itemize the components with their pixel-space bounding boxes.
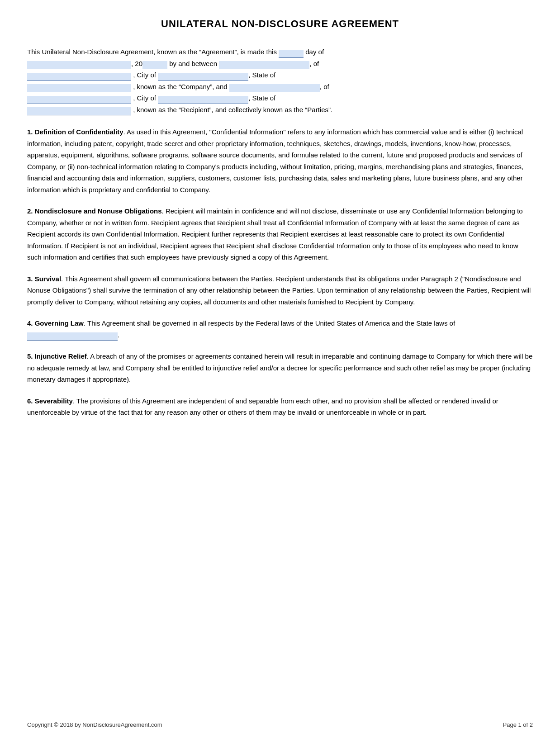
section-4-number: 4.: [27, 319, 35, 327]
intro-known-as-company: , known as the “Company”, and: [133, 83, 227, 90]
intro-known-as-recipient: , known as the “Recipient”, and collecti…: [133, 106, 332, 114]
footer: Copyright © 2018 by NonDisclosureAgreeme…: [27, 721, 533, 728]
intro-state-of-2: State of: [252, 94, 276, 102]
blank-day[interactable]: [279, 50, 304, 58]
blank-company-name2[interactable]: [229, 84, 320, 92]
blank-recipient-city[interactable]: [158, 96, 248, 104]
section-5-number: 5.: [27, 352, 35, 360]
section-2: 2. Nondisclosure and Nonuse Obligations.…: [27, 205, 533, 263]
blank-year[interactable]: [142, 61, 167, 69]
section-1-body: . As used in this Agreement, "Confidenti…: [27, 128, 523, 194]
section-2-number: 2.: [27, 207, 35, 215]
section-4-body: . This Agreement shall be governed in al…: [84, 319, 455, 327]
intro-by-and-between: by and between: [169, 60, 217, 67]
blank-recipient-state[interactable]: [27, 107, 131, 115]
blank-company-address1[interactable]: [27, 73, 131, 81]
section-6-number: 6.: [27, 397, 35, 405]
intro-of-1: of: [313, 60, 319, 67]
blank-company-state1[interactable]: [27, 84, 131, 92]
blank-company-name1[interactable]: [219, 61, 309, 69]
page-number: Page 1 of 2: [503, 721, 533, 728]
section-1-number: 1.: [27, 128, 35, 136]
section-3-body: . This Agreement shall govern all commun…: [27, 275, 531, 306]
intro-state-of-1: State of: [252, 71, 276, 79]
section-2-title: Nondisclosure and Nonuse Obligations: [35, 207, 162, 215]
section-6-title: Severability: [35, 397, 73, 405]
section-6-body: . The provisions of this Agreement are i…: [27, 397, 498, 417]
section-2-body: . Recipient will maintain in confidence …: [27, 207, 523, 261]
intro-day-label: day of: [305, 48, 324, 56]
blank-recipient-address[interactable]: [27, 96, 131, 104]
section-6: 6. Severability. The provisions of this …: [27, 395, 533, 418]
section-1-title: Definition of Confidentiality: [35, 128, 123, 136]
document-title: UNILATERAL NON-DISCLOSURE AGREEMENT: [27, 18, 533, 30]
section-1: 1. Definition of Confidentiality. As use…: [27, 126, 533, 195]
intro-paragraph: This Unilateral Non-Disclosure Agreement…: [27, 46, 533, 115]
blank-year-name[interactable]: [27, 61, 131, 69]
intro-line1-start: This Unilateral Non-Disclosure Agreement…: [27, 48, 277, 56]
section-3: 3. Survival. This Agreement shall govern…: [27, 273, 533, 308]
intro-city-of-1: , City of: [133, 71, 156, 79]
section-5: 5. Injunctive Relief. A breach of any of…: [27, 351, 533, 385]
section-5-title: Injunctive Relief: [35, 352, 87, 360]
section-5-body: . A breach of any of the promises or agr…: [27, 352, 532, 383]
blank-state-law[interactable]: [27, 332, 118, 341]
section-3-number: 3.: [27, 275, 35, 283]
blank-company-city1[interactable]: [158, 73, 248, 81]
intro-of-2: of: [323, 83, 329, 90]
intro-city-of-2: , City of: [133, 94, 156, 102]
intro-20-label: 20: [135, 60, 142, 67]
section-4: 4. Governing Law. This Agreement shall b…: [27, 317, 533, 341]
section-3-title: Survival: [35, 275, 61, 283]
copyright-text: Copyright © 2018 by NonDisclosureAgreeme…: [27, 721, 162, 728]
section-4-title: Governing Law: [35, 319, 84, 327]
